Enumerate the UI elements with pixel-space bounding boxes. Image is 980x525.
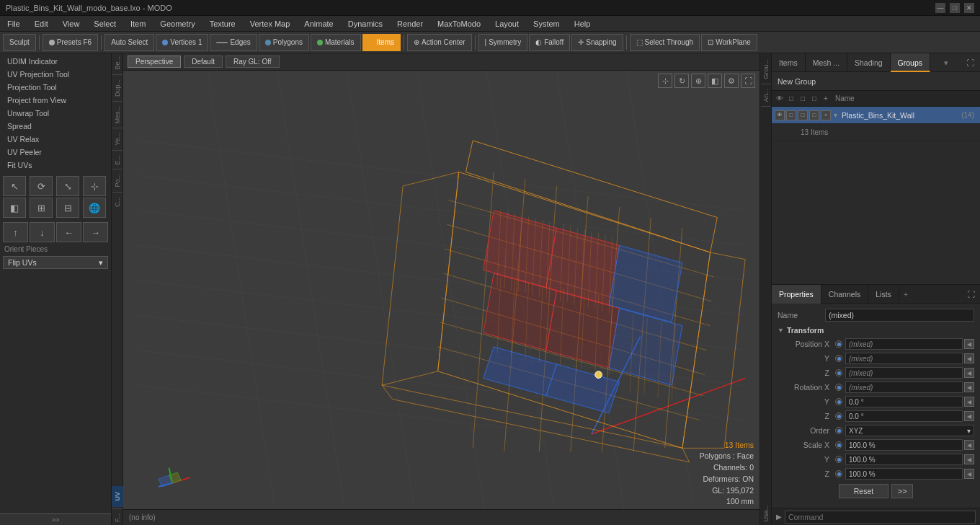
strip-dup[interactable]: Dup... (112, 76, 122, 100)
project-from-view-item[interactable]: Project from View (3, 94, 108, 107)
pos-z-radio[interactable] (835, 369, 842, 376)
vp-ctrl-render[interactable]: ◧ (708, 74, 722, 88)
tool-icon-move[interactable]: ↖ (3, 176, 26, 196)
arrow-up-icon[interactable]: ↑ (3, 222, 28, 242)
auto-select-button[interactable]: Auto Select (104, 34, 154, 51)
strip-e[interactable]: E... (112, 152, 122, 168)
rtab-items[interactable]: Items (772, 53, 806, 72)
rot-y-radio[interactable] (835, 398, 842, 405)
viewport[interactable]: Perspective Default Ray GL: Off ⊹ ↻ ⊕ ◧ … (123, 53, 760, 525)
menu-item-item[interactable]: Item (123, 16, 153, 32)
close-button[interactable]: ✕ (964, 3, 974, 13)
scale-z-radio[interactable] (835, 470, 842, 477)
fit-uvs-item[interactable]: Fit UVs (3, 159, 108, 172)
vp-ctrl-zoom[interactable]: ⊕ (691, 74, 705, 88)
pos-y-radio[interactable] (835, 355, 842, 362)
name-input[interactable] (825, 309, 974, 322)
ptab-expand-btn[interactable]: ⛶ (964, 288, 977, 301)
ptab-properties[interactable]: Properties (772, 285, 821, 304)
strip-uv[interactable]: UV (112, 489, 122, 504)
tool-icon-uv1[interactable]: ◧ (3, 198, 26, 218)
rot-z-btn[interactable]: ◀ (964, 411, 974, 421)
rtab-shading[interactable]: Shading (847, 53, 891, 72)
edges-button[interactable]: Edges (210, 34, 257, 51)
tool-icon-uv2[interactable]: ⊞ (30, 198, 53, 218)
rtab-groups[interactable]: Groups (891, 53, 930, 72)
expand-panel-button[interactable]: >> (0, 513, 111, 525)
arrow-right-icon[interactable]: → (83, 222, 108, 242)
menu-item-view[interactable]: View (55, 16, 87, 32)
falloff-button[interactable]: ◐ Falloff (529, 34, 570, 51)
vertices-button[interactable]: Vertices 1 (156, 34, 208, 51)
reset-extra-btn[interactable]: >> (891, 484, 913, 498)
rot-x-radio[interactable] (835, 384, 842, 391)
snapping-button[interactable]: ✛ Snapping (571, 34, 623, 51)
pos-z-btn[interactable]: ◀ (964, 368, 974, 378)
pos-x-btn[interactable]: ◀ (964, 339, 974, 349)
menu-item-system[interactable]: System (526, 16, 567, 32)
rot-z-radio[interactable] (835, 412, 842, 420)
vp-tab-raygl[interactable]: Ray GL: Off (226, 56, 280, 68)
menu-item-edit[interactable]: Edit (27, 16, 55, 32)
tool-icon-uv3[interactable]: ⊟ (56, 198, 79, 218)
scale-y-radio[interactable] (835, 456, 842, 463)
strip-ye[interactable]: Ye... (112, 130, 122, 149)
vp-ctrl-settings[interactable]: ⚙ (724, 74, 739, 88)
maximize-button[interactable]: □ (950, 3, 960, 13)
arrow-down-icon[interactable]: ↓ (30, 222, 55, 242)
tool-icon-transform[interactable]: ⊹ (83, 176, 106, 196)
strip-mes[interactable]: Mes... (112, 103, 122, 127)
vp-tab-default[interactable]: Default (184, 56, 223, 68)
strip-user[interactable]: Use... (761, 502, 771, 525)
symmetry-button[interactable]: | Symmetry (478, 34, 528, 51)
strip-c[interactable]: C... (112, 194, 122, 210)
ptab-channels[interactable]: Channels (821, 285, 868, 304)
group-vis-icon[interactable]: 👁 (775, 110, 785, 120)
menu-item-select[interactable]: Select (86, 16, 123, 32)
vp-ctrl-crosshair[interactable]: ⊹ (658, 74, 672, 88)
group-icon2[interactable]: □ (798, 110, 808, 120)
tool-icon-uv4[interactable]: 🌐 (83, 198, 106, 218)
strip-an[interactable]: An... (761, 86, 771, 105)
udim-indicator-item[interactable]: UDIM Indicator (3, 55, 108, 68)
rot-x-btn[interactable]: ◀ (964, 382, 974, 392)
polygons-button[interactable]: Polygons (259, 34, 309, 51)
materials-button[interactable]: Materials (311, 34, 361, 51)
transform-header[interactable]: ▼ Transform (772, 324, 980, 337)
menu-item-vertex map[interactable]: Vertex Map (243, 16, 298, 32)
command-input[interactable] (785, 511, 976, 524)
rot-y-btn[interactable]: ◀ (964, 397, 974, 407)
menu-item-dynamics[interactable]: Dynamics (341, 16, 390, 32)
minimize-button[interactable]: — (935, 3, 945, 13)
strip-be[interactable]: Be... (112, 53, 122, 73)
tool-icon-rotate[interactable]: ⟳ (30, 176, 53, 196)
pos-y-btn[interactable]: ◀ (964, 353, 974, 363)
items-button[interactable]: Items (362, 34, 401, 51)
unwrap-tool-item[interactable]: Unwrap Tool (3, 107, 108, 120)
vp-ctrl-expand[interactable]: ⛶ (741, 74, 755, 88)
group-icon1[interactable]: □ (786, 110, 796, 120)
strip-po[interactable]: Po... (112, 171, 122, 190)
scale-x-radio[interactable] (835, 441, 842, 449)
menu-item-maxtomodo[interactable]: MaxToModo (430, 16, 488, 32)
menu-item-file[interactable]: File (0, 16, 27, 32)
menu-item-animate[interactable]: Animate (297, 16, 340, 32)
menu-item-geometry[interactable]: Geometry (153, 16, 202, 32)
projection-tool-item[interactable]: Projection Tool (3, 81, 108, 94)
scale-z-btn[interactable]: ◀ (964, 469, 974, 479)
new-group-label[interactable]: New Group (778, 77, 816, 86)
group-add-icon[interactable]: + (821, 110, 831, 120)
rtab-expand-arrow[interactable]: ▾ (940, 53, 953, 72)
group-row-plastic-bins[interactable]: 👁 □ □ □ + ▼ Plastic_Bins_Kit_Wall (14) (772, 107, 980, 124)
group-icon3[interactable]: □ (809, 110, 819, 120)
arrow-left-icon[interactable]: ← (56, 222, 81, 242)
vp-ctrl-refresh[interactable]: ↻ (674, 74, 689, 88)
uv-relax-item[interactable]: UV Relax (3, 133, 108, 146)
flip-uvs-dropdown[interactable]: Flip UVs ▾ (3, 256, 108, 269)
strip-f[interactable]: F... (112, 511, 122, 525)
scale-x-btn[interactable]: ◀ (964, 440, 974, 450)
tool-icon-scale[interactable]: ⤡ (56, 176, 79, 196)
uv-peeler-item[interactable]: UV Peeler (3, 146, 108, 159)
order-dropdown[interactable]: XYZ ▾ (845, 425, 974, 436)
strip-groups[interactable]: Grou... (761, 56, 771, 82)
